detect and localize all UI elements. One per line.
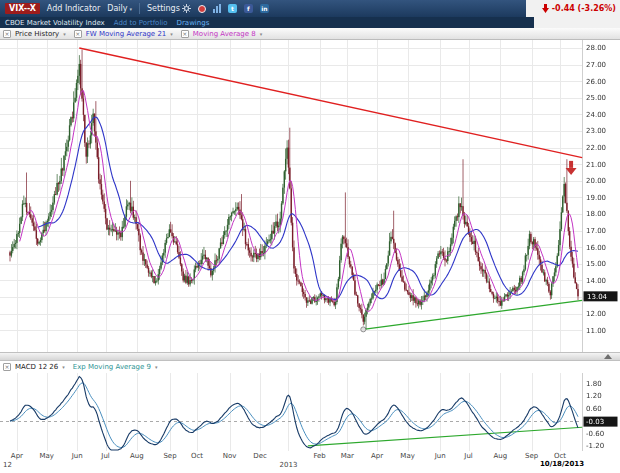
add-indicator-button[interactable]: Add Indicator [47,4,100,13]
chart-app-window: VIX--X Add Indicator Daily ▾ Settings t … [0,0,620,473]
info-bar: CBOE Market Volatility Index Add to Port… [0,17,620,28]
x-axis-last-date: 10/18/2013 [540,460,584,468]
legend-item-price-history[interactable]: Price History [15,30,59,38]
down-arrow-icon [542,4,549,13]
x-axis-month-label: Oct [191,452,203,460]
chart-type-icon[interactable] [213,4,221,13]
chevron-down-icon[interactable]: ▾ [170,31,173,37]
x-axis-month-label: Sep [525,452,538,460]
share-icon[interactable]: in [260,4,269,13]
chevron-down-icon[interactable]: ▾ [260,31,263,37]
panel-separator[interactable] [0,352,620,361]
x-axis-month-label: Dec [253,452,267,460]
collapse-triangle-icon[interactable] [604,354,612,359]
info-bar-right [534,17,620,28]
quote-panel: -0.44 (-3.26%) [526,0,620,17]
x-axis-month-label: Mar [341,452,354,460]
close-icon[interactable]: × [3,363,11,371]
chevron-down-icon[interactable]: ▾ [155,364,158,370]
x-axis-month-label: Jun [435,452,446,460]
legend-item-macd[interactable]: MACD 12 26 [15,363,58,371]
quote-change: -0.44 (-3.26%) [552,4,616,13]
x-axis-month-label: Jul [101,452,109,460]
toolbar-divider [139,3,140,14]
x-axis-month-label: Apr [11,452,23,460]
facebook-icon[interactable]: f [244,4,253,13]
macd-chart-canvas[interactable] [0,373,620,451]
drawings-link[interactable]: Drawings [177,19,210,27]
timeframe-select[interactable]: Daily ▾ [107,4,132,13]
legend-item-ma21[interactable]: FW Moving Average 21 [86,30,167,38]
x-axis-month-label: Aug [494,452,508,460]
legend-item-ma8[interactable]: Moving Average 8 [193,30,256,38]
toolbar: VIX--X Add Indicator Daily ▾ Settings t … [0,0,620,17]
chevron-down-icon[interactable]: ▾ [63,31,66,37]
x-axis-month-label: Jun [72,452,83,460]
x-axis-month-label: Jul [464,452,472,460]
x-axis-month-label: May [39,452,53,460]
close-icon[interactable]: × [181,30,189,38]
gear-icon [182,4,191,13]
toolbar-left: VIX--X Add Indicator Daily ▾ Settings t … [0,0,526,17]
close-icon[interactable]: × [3,30,11,38]
settings-button[interactable]: Settings [147,4,191,13]
x-axis-month-label: May [400,452,414,460]
legend-item-signal[interactable]: Exp Moving Average 9 [73,363,151,371]
x-axis-month-label: Sep [163,452,176,460]
x-axis: 12 2013 10/18/2013 AprMayJunJulAugSepOct… [0,451,620,473]
x-axis-month-label: Apr [371,452,383,460]
add-to-portfolio-link[interactable]: Add to Portfolio [114,19,168,27]
price-legend: × Price History ▾ × FW Moving Average 21… [0,28,620,40]
chevron-down-icon[interactable]: ▾ [62,364,65,370]
x-axis-month-label: Aug [130,452,144,460]
record-icon[interactable] [198,5,206,13]
macd-legend: × MACD 12 26 ▾ Exp Moving Average 9 ▾ [0,361,620,373]
x-axis-month-label: Nov [223,452,237,460]
twitter-icon[interactable]: t [228,4,237,13]
close-icon[interactable]: × [74,30,82,38]
x-axis-year-start: 12 [3,461,12,469]
symbol-name: CBOE Market Volatility Index [5,19,105,27]
info-bar-left: CBOE Market Volatility Index Add to Port… [0,17,534,28]
x-axis-year-2013: 2013 [280,461,298,469]
x-axis-month-label: Feb [313,452,325,460]
price-chart-canvas[interactable] [0,40,620,352]
ticker-badge[interactable]: VIX--X [5,3,40,14]
chevron-down-icon: ▾ [129,6,132,12]
x-axis-month-label: Oct [554,452,566,460]
